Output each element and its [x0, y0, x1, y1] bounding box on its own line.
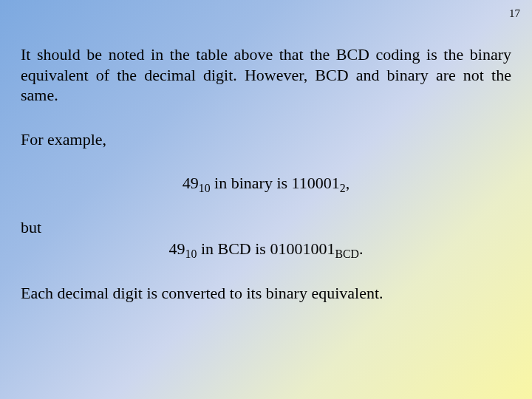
binary-mid: in binary is — [211, 174, 292, 192]
bcd-val: 01001001 — [270, 239, 335, 258]
binary-example-line: 4910 in binary is 1100012, — [21, 173, 511, 194]
bcd-example-line: 4910 in BCD is 01001001BCD. — [21, 239, 511, 259]
binary-num: 49 — [183, 174, 199, 192]
but-label: but — [21, 217, 511, 238]
bcd-val-sub: BCD — [335, 248, 359, 260]
page-number: 17 — [509, 7, 520, 20]
binary-val-sub: 2 — [340, 182, 346, 194]
binary-val: 110001 — [292, 174, 340, 192]
slide: 17 It should be noted in the table above… — [0, 0, 532, 399]
bcd-num: 49 — [169, 239, 185, 258]
closing-sentence: Each decimal digit is converted to its b… — [21, 283, 511, 304]
bcd-tail: . — [359, 239, 364, 258]
bcd-num-sub: 10 — [185, 248, 197, 260]
paragraph-intro: It should be noted in the table above th… — [21, 44, 511, 106]
binary-num-sub: 10 — [199, 182, 211, 194]
binary-tail: , — [346, 174, 350, 192]
bcd-mid: in BCD is — [197, 239, 270, 258]
for-example-label: For example, — [21, 129, 511, 150]
slide-body: It should be noted in the table above th… — [21, 44, 511, 303]
